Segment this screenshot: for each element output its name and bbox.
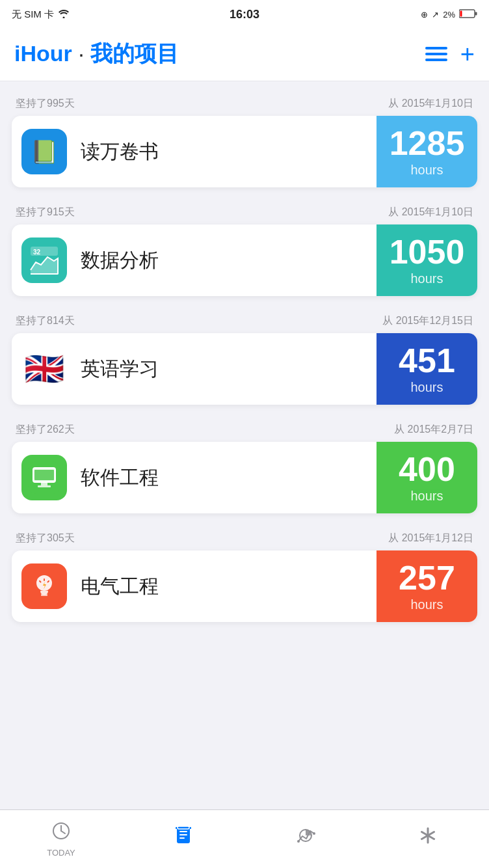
- project-meta-2: 坚持了915天 从 2015年1月10日: [12, 206, 477, 224]
- project-icon-3: 🇬🇧: [21, 346, 67, 392]
- project-hours-2: 1050 hours: [377, 224, 477, 296]
- project-hours-5: 257 hours: [377, 550, 477, 622]
- svg-rect-23: [179, 831, 187, 832]
- status-left: 无 SIM 卡: [12, 8, 70, 21]
- project-hours-number-3: 451: [399, 344, 455, 377]
- project-icon-wrap-5: [12, 563, 77, 609]
- list-view-button[interactable]: [425, 45, 447, 63]
- location-icon: ↗: [432, 10, 439, 20]
- project-meta-3: 坚持了814天 从 2015年12月15日: [12, 314, 477, 333]
- project-meta-4: 坚持了262天 从 2015年2月7日: [12, 423, 477, 442]
- project-name-3: 英语学习: [77, 356, 377, 383]
- svg-rect-2: [460, 10, 462, 16]
- svg-line-21: [61, 831, 65, 834]
- project-card-3[interactable]: 🇬🇧 英语学习 451 hours: [12, 333, 477, 405]
- svg-text:32: 32: [33, 249, 41, 256]
- project-start-4: 从 2015年2月7日: [394, 423, 473, 437]
- today-icon: [51, 821, 71, 845]
- battery-percent: 2%: [443, 10, 455, 20]
- add-project-button[interactable]: +: [460, 42, 475, 66]
- project-hours-number-2: 1050: [390, 235, 465, 269]
- lock-icon: ⊕: [421, 10, 428, 20]
- tab-projects[interactable]: [122, 826, 244, 852]
- svg-point-30: [297, 840, 300, 843]
- svg-rect-13: [38, 485, 51, 487]
- project-hours-1: 1285 hours: [377, 116, 477, 187]
- project-section-3: 坚持了814天 从 2015年12月15日 🇬🇧 英语学习 451 hours: [12, 314, 477, 405]
- stats-icon: [296, 826, 315, 850]
- project-hours-3: 451 hours: [377, 333, 477, 405]
- project-card-1[interactable]: 📗 读万卷书 1285 hours: [12, 116, 477, 187]
- project-icon-5: [21, 563, 67, 609]
- carrier-text: 无 SIM 卡: [12, 8, 54, 21]
- wifi-icon: [58, 9, 70, 20]
- tab-today-label: TODAY: [47, 848, 75, 858]
- svg-point-31: [313, 832, 315, 835]
- svg-rect-25: [179, 837, 185, 839]
- project-icon-wrap-2: 32: [12, 237, 77, 283]
- header: iHour · 我的项目 +: [0, 29, 489, 81]
- svg-rect-15: [34, 470, 54, 480]
- project-hours-4: 400 hours: [377, 442, 477, 513]
- project-hours-number-4: 400: [399, 452, 455, 486]
- project-card-4[interactable]: 软件工程 400 hours: [12, 442, 477, 513]
- tab-more[interactable]: [367, 826, 489, 852]
- project-section-5: 坚持了305天 从 2015年1月12日: [12, 532, 477, 622]
- svg-rect-12: [41, 482, 47, 485]
- separator: ·: [78, 41, 90, 66]
- project-name-4: 软件工程: [77, 465, 377, 491]
- project-icon-2: 32: [21, 237, 67, 283]
- app-name: iHour: [14, 41, 72, 66]
- project-streak-1: 坚持了995天: [16, 97, 75, 111]
- project-section-4: 坚持了262天 从 2015年2月7日: [12, 423, 477, 513]
- project-start-3: 从 2015年12月15日: [382, 314, 473, 328]
- project-hours-label-1: hours: [410, 163, 443, 178]
- project-hours-label-3: hours: [410, 380, 443, 395]
- svg-rect-18: [41, 594, 47, 596]
- projects-icon: [174, 826, 193, 850]
- project-streak-3: 坚持了814天: [16, 314, 75, 328]
- status-bar: 无 SIM 卡 16:03 ⊕ ↗ 2%: [0, 0, 489, 29]
- project-icon-1: 📗: [21, 129, 67, 174]
- project-streak-2: 坚持了915天: [16, 206, 75, 219]
- project-icon-4: [21, 455, 67, 500]
- header-title: iHour · 我的项目: [14, 39, 179, 69]
- project-streak-4: 坚持了262天: [16, 423, 75, 437]
- svg-rect-1: [475, 12, 477, 15]
- project-start-5: 从 2015年1月12日: [388, 532, 473, 545]
- tab-stats[interactable]: [244, 826, 367, 852]
- project-hours-number-1: 1285: [390, 126, 465, 160]
- project-icon-wrap-1: 📗: [12, 129, 77, 174]
- svg-rect-4: [425, 53, 447, 55]
- project-hours-number-5: 257: [399, 561, 455, 595]
- project-icon-wrap-4: [12, 455, 77, 500]
- project-card-5[interactable]: 电气工程 257 hours: [12, 550, 477, 622]
- project-name-1: 读万卷书: [77, 139, 377, 165]
- svg-rect-3: [425, 47, 447, 49]
- project-name-5: 电气工程: [77, 573, 377, 600]
- project-start-1: 从 2015年1月10日: [388, 97, 473, 111]
- project-hours-label-5: hours: [410, 597, 443, 612]
- tab-today[interactable]: TODAY: [0, 821, 122, 858]
- project-meta-1: 坚持了995天 从 2015年1月10日: [12, 97, 477, 116]
- main-content: 坚持了995天 从 2015年1月10日 📗 读万卷书 1285 hours 坚…: [0, 81, 489, 721]
- status-right: ⊕ ↗ 2%: [421, 9, 477, 20]
- header-actions: +: [425, 42, 475, 66]
- battery-icon: [459, 9, 477, 20]
- more-icon: [418, 826, 438, 850]
- tab-bar: TODAY: [0, 809, 489, 868]
- svg-rect-5: [425, 59, 447, 61]
- project-meta-5: 坚持了305天 从 2015年1月12日: [12, 532, 477, 550]
- project-section-2: 坚持了915天 从 2015年1月10日 32 数据分析 1050: [12, 206, 477, 296]
- project-start-2: 从 2015年1月10日: [388, 206, 473, 219]
- project-section-1: 坚持了995天 从 2015年1月10日 📗 读万卷书 1285 hours: [12, 97, 477, 187]
- project-icon-wrap-3: 🇬🇧: [12, 346, 77, 392]
- status-time: 16:03: [230, 8, 259, 21]
- project-streak-5: 坚持了305天: [16, 532, 75, 545]
- page-title: 我的项目: [90, 41, 179, 66]
- project-hours-label-4: hours: [410, 489, 443, 504]
- project-name-2: 数据分析: [77, 247, 377, 274]
- svg-rect-24: [179, 834, 187, 835]
- project-card-2[interactable]: 32 数据分析 1050 hours: [12, 224, 477, 296]
- project-hours-label-2: hours: [410, 271, 443, 286]
